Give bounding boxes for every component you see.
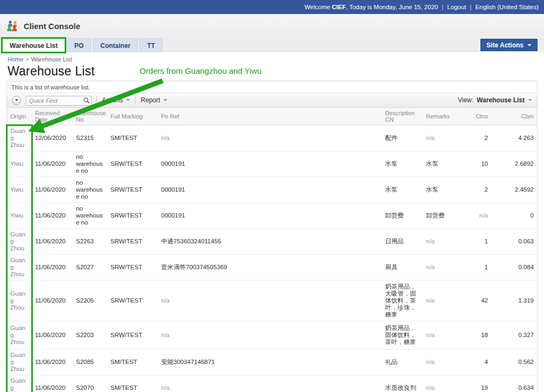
cell-origin: Guang Zhou	[7, 281, 32, 321]
cell-cbm: 0.562	[491, 349, 537, 375]
cell-remarks: n/a	[423, 349, 462, 375]
cell-full-marking: SRW/TEST	[107, 177, 158, 203]
cell-po-ref: n/a	[158, 125, 382, 151]
tab-po[interactable]: PO	[67, 38, 91, 52]
cell-po-ref: n/a	[158, 281, 382, 321]
cell-full-marking: SRW/TEST	[107, 281, 158, 321]
table-row: Guang Zhou 11/06/2020 S2263 SRW/TEST 中通7…	[7, 229, 537, 255]
cell-full-marking: SM/TEST	[107, 375, 158, 392]
cell-received-date: 11/06/2020	[32, 151, 73, 177]
cell-description-cn: 礼品	[382, 349, 423, 375]
cell-ctns: 42	[462, 281, 491, 321]
table-row: Guang Zhou 11/06/2020 S2205 SRW/TEST n/a…	[7, 281, 537, 321]
cell-warehouse-no: S2070	[73, 375, 107, 392]
table-row: Guang Zhou 11/06/2020 S2085 SM/TEST 安能30…	[7, 349, 537, 375]
warehouse-table: Origin Received Date Warehouse No Full M…	[7, 108, 537, 392]
column-header-origin[interactable]: Origin	[7, 108, 32, 125]
cell-po-ref: 安能300347146871	[158, 349, 382, 375]
quick-find-input[interactable]	[26, 96, 92, 106]
cell-cbm: 1.319	[491, 281, 537, 321]
cell-full-marking: SRW/TEST	[107, 229, 158, 255]
cell-description-cn: 水质改良剂	[382, 375, 423, 392]
column-header-po-ref[interactable]: Po Ref	[158, 108, 382, 125]
cell-warehouse-no: S2027	[73, 255, 107, 281]
table-row: Yiwu 11/06/2020 no warehouse no SRW/TEST…	[7, 203, 537, 229]
cell-origin: Guang Zhou	[7, 349, 32, 375]
column-header-cbm[interactable]: Cbm	[491, 108, 537, 125]
breadcrumb-home-link[interactable]: Home	[8, 56, 23, 62]
tab-label: Warehouse List	[10, 42, 58, 50]
logout-link[interactable]: Logout	[447, 4, 466, 10]
search-icon[interactable]	[83, 97, 90, 104]
column-header-received-date[interactable]: Received Date	[32, 108, 73, 125]
cell-origin: Guang Zhou	[7, 125, 32, 151]
tab-container[interactable]: Container	[93, 38, 138, 52]
cell-full-marking: SRW/TEST	[107, 255, 158, 281]
cell-po-ref: 中通75360324011455	[158, 229, 382, 255]
list-description: This is a list of warehouse list.	[7, 81, 537, 93]
quick-find	[26, 95, 92, 106]
cell-remarks: n/a	[423, 125, 462, 151]
cell-remarks: 卸货费	[423, 203, 462, 229]
cell-origin: Yiwu	[7, 151, 32, 177]
cell-po-ref: 0000191	[158, 177, 382, 203]
cell-received-date: 11/06/2020	[32, 281, 73, 321]
column-header-remarks[interactable]: Remarks	[423, 108, 462, 125]
breadcrumb: Home>Warehouse List	[8, 56, 538, 63]
cell-ctns: 18	[462, 321, 491, 349]
cell-remarks: n/a	[423, 281, 462, 321]
cell-warehouse-no: no warehouse no	[73, 203, 107, 229]
column-header-ctns[interactable]: Ctns	[462, 108, 491, 125]
table-row: Guang Zhou 11/06/2020 S2070 SM/TEST n/a …	[7, 375, 537, 392]
cell-po-ref: 0000191	[158, 151, 382, 177]
cell-origin: Guang Zhou	[7, 321, 32, 349]
cell-ctns: 1	[462, 229, 491, 255]
column-header-full-marking[interactable]: Full Marking	[107, 108, 158, 125]
view-selector[interactable]: View: Warehouse List	[458, 96, 532, 104]
chevron-down-icon	[527, 44, 532, 46]
cell-origin: Guang Zhou	[7, 229, 32, 255]
cell-po-ref: 0000191	[158, 203, 382, 229]
tab-warehouse-list[interactable]: Warehouse List	[2, 38, 65, 52]
language-link[interactable]: English (United States)	[475, 4, 539, 10]
actions-menu[interactable]: Actions	[102, 96, 130, 104]
column-header-warehouse-no[interactable]: Warehouse No	[73, 108, 107, 125]
cell-ctns: n/a	[462, 203, 491, 229]
cell-warehouse-no: S2315	[73, 125, 107, 151]
breadcrumb-current: Warehouse List	[31, 56, 72, 62]
tab-label: Container	[100, 42, 130, 50]
cell-remarks: n/a	[423, 375, 462, 392]
table-row: Yiwu 11/06/2020 no warehouse no SRW/TEST…	[7, 151, 537, 177]
breadcrumb-separator: >	[25, 56, 29, 62]
site-actions-button[interactable]: Site Actions	[480, 39, 538, 51]
cell-description-cn: 奶茶用品，固体饮料，茶叶，糖浆	[382, 321, 423, 349]
column-header-description-cn[interactable]: Description CN	[382, 108, 423, 125]
cell-cbm: 0.634	[491, 375, 537, 392]
cell-remarks: n/a	[423, 229, 462, 255]
app-header: Client Console	[0, 14, 544, 38]
separator: |	[442, 4, 443, 10]
collapse-toolbar-button[interactable]	[12, 96, 21, 105]
view-label: View:	[458, 96, 473, 104]
report-label: Report	[141, 96, 160, 104]
tab-tt[interactable]: TT	[140, 38, 163, 52]
table-row: Guang Zhou 11/06/2020 S2027 SRW/TEST 壹米滴…	[7, 255, 537, 281]
cell-cbm: 2.4592	[491, 177, 537, 203]
cell-received-date: 12/06/2020	[32, 125, 73, 151]
cell-ctns: 1	[462, 255, 491, 281]
page-title: Warehouse List	[8, 64, 538, 78]
report-menu[interactable]: Report	[141, 96, 168, 104]
cell-ctns: 4	[462, 349, 491, 375]
cell-ctns: 19	[462, 375, 491, 392]
username: CIEF	[332, 4, 346, 10]
cell-remarks: n/a	[423, 255, 462, 281]
site-actions-label: Site Actions	[486, 41, 524, 49]
tab-label: PO	[74, 42, 83, 50]
actions-label: Actions	[102, 96, 123, 104]
cell-origin: Yiwu	[7, 203, 32, 229]
cell-ctns: 2	[462, 177, 491, 203]
table-row: Guang Zhou 12/06/2020 S2315 SM/TEST n/a …	[7, 125, 537, 151]
cell-description-cn: 配件	[382, 125, 423, 151]
cell-received-date: 11/06/2020	[32, 321, 73, 349]
cell-cbm: 0.327	[491, 321, 537, 349]
